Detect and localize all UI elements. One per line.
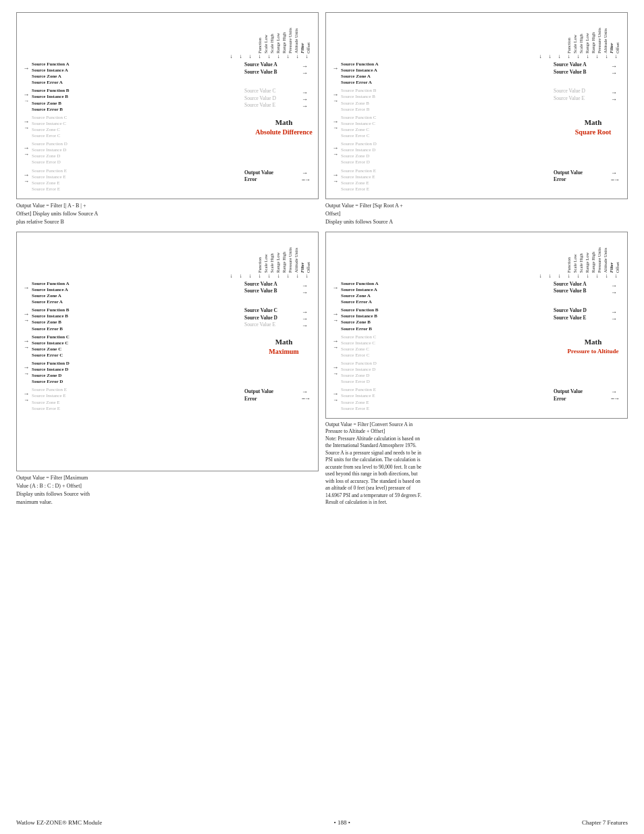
header-altitude-units: Altitude Units [294, 20, 298, 53]
math-label-tl: Math Absolute Difference [255, 115, 313, 137]
right-arr-e-tl: →--→ [302, 168, 313, 183]
top-right-arrows: ↓ ↓ ↓ ↓ ↓ ↓ ↓ ↓ ↓ [327, 53, 626, 59]
source-a-row: → Source Function A Source Instance A So… [21, 61, 313, 86]
src-d-fn: Source Function D [32, 141, 252, 147]
math-text-tl: Math [255, 118, 313, 128]
header-offset: Offset [306, 20, 311, 53]
arrow-5: ↓ [265, 53, 273, 59]
left-arrow-c: → → [21, 115, 32, 131]
br-header: Function Scale Low Scale High Range Low … [327, 234, 626, 273]
header-range-high: Range High [281, 20, 286, 53]
br-src-c: →→ Source Function C Source Instance C S… [330, 334, 622, 359]
src-d-zone: Source Zone D [32, 153, 252, 159]
top-left-panel: Function Scale Low Scale High Range Low … [16, 12, 319, 226]
val-a: Source Value A Source Value B [244, 61, 302, 76]
header-filter: Filter [300, 20, 304, 53]
bottom-left-panel: Function Scale Low Scale High Range Low … [16, 232, 319, 506]
bottom-right-caption: Output Value = Filter [Convert Source A … [325, 421, 628, 506]
footer-title: Watlow EZ-ZONE® RMC Module [16, 819, 102, 826]
arrow-7: ↓ [284, 53, 292, 59]
bl-src-e: →→ Source Function E Source Instance E S… [21, 387, 313, 411]
bottom-right-panel: Function Scale Low Scale High Range Low … [325, 232, 628, 506]
src-c-inst: Source Instance C [32, 121, 252, 127]
bottom-row: Function Scale Low Scale High Range Low … [16, 232, 628, 506]
tr-header-function: Function [566, 20, 571, 53]
src-e-fn: Source Function E [32, 168, 242, 174]
footer-chapter: Chapter 7 Features [582, 819, 628, 826]
br-arrows: ↓ ↓ ↓ ↓ ↓ ↓ ↓ ↓ ↓ [327, 273, 626, 279]
arrow-4: ↓ [255, 53, 264, 59]
src-c-fn: Source Function C [32, 115, 252, 121]
tr-header-scale-high: Scale High [579, 20, 583, 53]
left-arrow-d: → → [21, 141, 32, 157]
tr-header-filter: Filter [609, 20, 614, 53]
tr-header-offset: Offset [615, 20, 620, 53]
val-b3: Source Value E [244, 102, 302, 109]
bottom-left-diagram: Function Scale Low Scale High Range Low … [16, 232, 319, 471]
tr-header-range-low: Range Low [585, 20, 589, 53]
bl-src-d: →→ Source Function D Source Instance D S… [21, 361, 313, 385]
val-b: Source Value C Source Value D Source Val… [244, 88, 302, 109]
header-scale-low: Scale Low [263, 20, 268, 53]
br-src-d: →→ Source Function D Source Instance D S… [330, 361, 622, 385]
solid-arrow-e: → [24, 172, 30, 178]
page: Function Scale Low Scale High Range Low … [0, 0, 644, 834]
solid-arrow-a: → [24, 65, 30, 72]
tr-src-a: → Source Function A Source Instance A So… [330, 61, 622, 86]
dashed-arrow-b: → [24, 98, 29, 104]
arrow-9: ↓ [302, 53, 311, 59]
src-a-zone: Source Zone A [32, 74, 242, 80]
source-a-text: Source Function A Source Instance A Sour… [32, 61, 244, 86]
src-e-inst: Source Instance E [32, 174, 242, 180]
error-tl: Error [244, 176, 302, 184]
source-b-row: → → Source Function B Source Instance B … [21, 88, 313, 112]
source-c-text: Source Function C Source Instance C Sour… [32, 115, 255, 139]
val-a1: Source Value A [244, 61, 302, 69]
source-e-text: Source Function E Source Instance E Sour… [32, 168, 244, 192]
src-b-inst: Source Instance B [32, 94, 242, 100]
top-left-diagram: Function Scale Low Scale High Range Low … [16, 12, 319, 199]
top-right-diagram: Function Scale Low Scale High Range Low … [325, 12, 628, 199]
arrow-2: ↓ [236, 53, 245, 59]
top-left-header: Function Scale Low Scale High Range Low … [18, 14, 317, 53]
val-e-tl: Output Value Error [244, 168, 302, 184]
page-content: Function Scale Low Scale High Range Low … [16, 12, 628, 512]
bl-src-b: →→ Source Function B Source Instance B S… [21, 307, 313, 332]
output-val-tl: Output Value [244, 170, 302, 177]
math-sub-tl: Absolute Difference [255, 128, 313, 137]
top-right-caption: Output Value = Filter [Sqr Root A +Offse… [325, 202, 628, 226]
top-left-arrows: ↓ ↓ ↓ ↓ ↓ ↓ ↓ ↓ ↓ [18, 53, 317, 59]
arrow-1: ↓ [227, 53, 236, 59]
src-e-zone: Source Zone E [32, 180, 242, 186]
arrow-3: ↓ [246, 53, 254, 59]
src-a-err: Source Error A [32, 80, 242, 86]
bottom-left-caption: Output Value = Filter [MaximumValue (A :… [16, 474, 319, 506]
header-scale-high: Scale High [269, 20, 274, 53]
src-e-err: Source Error E [32, 186, 242, 192]
right-arr-b: →→→ [302, 88, 313, 109]
dashed-arrow-d: → [24, 151, 29, 157]
tr-src-e: →→ Source Function E Source Instance E S… [330, 168, 622, 192]
tr-src-b: →→ Source Function B Source Instance B S… [330, 88, 622, 112]
solid-arrow-c: → [24, 118, 30, 125]
tr-header-scale-low: Scale Low [572, 20, 577, 53]
src-c-err: Source Error C [32, 133, 252, 139]
header-function: Function [257, 20, 262, 53]
arrow-8: ↓ [293, 53, 302, 59]
dashed-arrow-c: → [24, 125, 29, 131]
source-b-text: Source Function B Source Instance B Sour… [32, 88, 244, 112]
tr-src-c: →→ Source Function C Source Instance C S… [330, 115, 622, 139]
bottom-right-diagram: Function Scale Low Scale High Range Low … [325, 232, 628, 419]
source-e-row: → → Source Function E Source Instance E … [21, 168, 313, 192]
src-b-zone: Source Zone B [32, 101, 242, 107]
br-src-a: → Source Function A Source Instance A So… [330, 281, 622, 305]
right-arr-a1: →→ [302, 61, 313, 76]
bl-src-a: → Source Function A Source Instance A So… [21, 281, 313, 305]
arrow-6: ↓ [274, 53, 283, 59]
top-row: Function Scale Low Scale High Range Low … [16, 12, 628, 226]
val-b2: Source Value D [244, 95, 302, 103]
left-arrow-b: → → [21, 88, 32, 104]
footer: Watlow EZ-ZONE® RMC Module • 188 • Chapt… [0, 819, 644, 826]
top-right-panel: Function Scale Low Scale High Range Low … [325, 12, 628, 226]
source-d-text: Source Function D Source Instance D Sour… [32, 141, 255, 165]
